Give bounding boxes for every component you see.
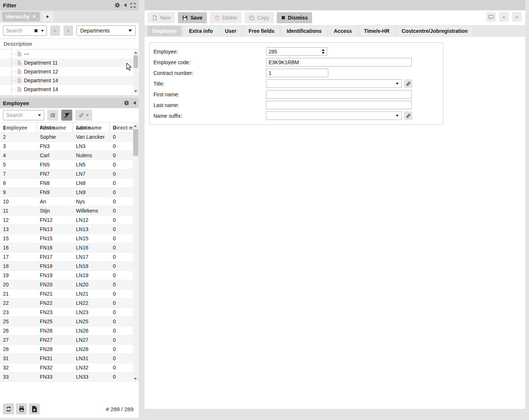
employee-row[interactable]: 33FN33LN330 xyxy=(0,372,133,382)
employee-cell: FN16 xyxy=(37,245,73,251)
employee-cell: 7 xyxy=(0,171,37,177)
tree-item[interactable]: Department 12 xyxy=(0,67,139,76)
employee-cell: FN13 xyxy=(37,226,73,232)
employee-row[interactable]: 11StijnWillekens0 xyxy=(0,206,133,216)
comments-button[interactable] xyxy=(486,12,496,22)
main-panel: New Save Delete Copy ✖ Dismiss < > Emplo… xyxy=(145,0,525,409)
contract-number-label: Contract number: xyxy=(153,70,266,76)
scroll-up-icon[interactable] xyxy=(134,125,137,127)
search-dropdown-caret-icon[interactable] xyxy=(41,30,44,32)
filter-search-input[interactable]: Search ✖ xyxy=(3,25,47,36)
employee-row[interactable]: 4CarlNulens0 xyxy=(0,151,133,160)
spinner-arrows-icon[interactable] xyxy=(322,49,325,54)
tab-access[interactable]: Access xyxy=(329,26,357,36)
tree-scrollbar[interactable] xyxy=(133,50,138,94)
search-clear-icon[interactable]: ✖ xyxy=(34,28,38,34)
name-suffix-select[interactable] xyxy=(266,111,402,120)
clear-filter-button[interactable] xyxy=(61,110,72,121)
copy-icon xyxy=(249,15,255,21)
refresh-button[interactable] xyxy=(3,403,14,414)
employee-row[interactable]: 2SophieVan Lancker0 xyxy=(0,132,133,142)
filter-expand-icon[interactable] xyxy=(130,3,136,8)
employee-row[interactable]: 1AdminAdmin0 xyxy=(0,123,133,132)
employee-row[interactable]: 31FN31LN310 xyxy=(0,354,133,363)
tab-time-e-hr[interactable]: Time/e-HR xyxy=(359,26,394,36)
employee-row[interactable]: 28FN28LN280 xyxy=(0,345,133,354)
tree-item[interactable]: Department 14 xyxy=(0,85,139,94)
tab-close-icon[interactable]: ✕ xyxy=(32,12,36,21)
last-name-input[interactable] xyxy=(266,101,412,109)
employee-cell: LN5 xyxy=(73,162,110,168)
delete-button[interactable]: Delete xyxy=(210,12,242,23)
scroll-down-icon[interactable] xyxy=(134,378,137,380)
export-excel-button[interactable] xyxy=(29,403,40,414)
scroll-down-icon[interactable] xyxy=(134,90,137,92)
employee-row[interactable]: 16FN16LN160 xyxy=(0,243,133,252)
employee-row[interactable]: 25FN25LN250 xyxy=(0,317,133,326)
employee-collapse-icon[interactable] xyxy=(133,101,136,105)
tab-costcentre-jobregistration[interactable]: Costcentre/Jobregistration xyxy=(397,26,473,36)
tab-extra-info[interactable]: Extra info xyxy=(184,26,218,36)
scroll-up-icon[interactable] xyxy=(134,52,137,54)
list-view-button[interactable] xyxy=(47,110,58,121)
employee-row[interactable]: 9FN9LN90 xyxy=(0,188,133,197)
employee-row[interactable]: 15FN15LN150 xyxy=(0,234,133,243)
tree-item[interactable]: --- xyxy=(0,49,139,58)
add-filter-tab-button[interactable]: + xyxy=(42,12,53,21)
employee-row[interactable]: 19FN19LN190 xyxy=(0,271,133,280)
record-prev-button[interactable]: < xyxy=(499,12,509,22)
title-select[interactable] xyxy=(266,79,402,88)
employee-row[interactable]: 5FN5LN50 xyxy=(0,160,133,169)
employee-row[interactable]: 32FN32LN320 xyxy=(0,363,133,372)
employee-row[interactable]: 21FN21LN210 xyxy=(0,289,133,299)
employee-grid-scrollbar[interactable] xyxy=(133,123,139,382)
tab-hierarchy[interactable]: Hierarchy ✕ xyxy=(2,12,40,21)
employee-row[interactable]: 22FN22LN220 xyxy=(0,299,133,308)
employee-number-spinner[interactable]: 285 xyxy=(266,47,327,56)
tab-identifications[interactable]: Identifications xyxy=(282,26,326,36)
employee-row[interactable]: 26FN26LN260 xyxy=(0,326,133,335)
tree-item[interactable]: Department 11 xyxy=(0,58,139,67)
employee-row[interactable]: 12FN12LN120 xyxy=(0,216,133,225)
employee-row[interactable]: 27FN27LN270 xyxy=(0,335,133,345)
new-button[interactable]: New xyxy=(148,12,175,23)
link-menu-button[interactable] xyxy=(75,110,92,121)
filter-settings-gear-icon[interactable] xyxy=(114,2,120,8)
printer-icon xyxy=(18,406,25,412)
filter-next-button[interactable]: > xyxy=(63,25,73,36)
tab-free-fields[interactable]: Free fields xyxy=(244,26,279,36)
dimension-select[interactable]: Departments xyxy=(76,25,136,36)
tree-item[interactable]: Department 14 xyxy=(0,76,139,85)
tree-scrollbar-thumb[interactable] xyxy=(134,55,138,68)
contract-number-input[interactable] xyxy=(266,69,328,77)
title-link-button[interactable] xyxy=(404,79,412,88)
employee-search-select[interactable]: Search xyxy=(3,110,44,120)
copy-button[interactable]: Copy xyxy=(245,12,274,23)
excel-export-icon xyxy=(32,406,37,412)
tab-employee[interactable]: Employee xyxy=(148,26,181,36)
employee-row[interactable]: 10AnNys0 xyxy=(0,197,133,206)
employee-cell: Admin xyxy=(73,125,110,131)
employee-cell: 15 xyxy=(0,235,37,241)
filter-collapse-icon[interactable] xyxy=(124,3,127,7)
employee-scrollbar-thumb[interactable] xyxy=(133,129,138,156)
employee-settings-gear-icon[interactable] xyxy=(124,100,129,106)
employee-row[interactable]: 23FN23LN230 xyxy=(0,308,133,317)
filter-prev-button[interactable]: < xyxy=(50,25,60,36)
employee-row[interactable]: 8FN8LN80 xyxy=(0,179,133,188)
save-button[interactable]: Save xyxy=(178,12,207,23)
first-name-input[interactable] xyxy=(266,90,412,99)
tab-user[interactable]: User xyxy=(220,26,241,36)
employee-row[interactable]: 18FN18LN180 xyxy=(0,262,133,271)
dismiss-button[interactable]: ✖ Dismiss xyxy=(277,12,312,23)
employee-row[interactable]: 3FN3LN30 xyxy=(0,142,133,151)
suffix-link-button[interactable] xyxy=(404,111,412,120)
employee-row[interactable]: 7FN7LN70 xyxy=(0,169,133,179)
employee-row[interactable]: 20FN20LN200 xyxy=(0,280,133,289)
tree-column-header[interactable]: Description xyxy=(0,38,139,49)
print-button[interactable] xyxy=(16,403,27,414)
employee-row[interactable]: 13FN13LN130 xyxy=(0,225,133,234)
record-next-button[interactable]: > xyxy=(512,12,522,22)
employee-code-input[interactable] xyxy=(266,58,412,66)
employee-row[interactable]: 17FN17LN170 xyxy=(0,252,133,262)
